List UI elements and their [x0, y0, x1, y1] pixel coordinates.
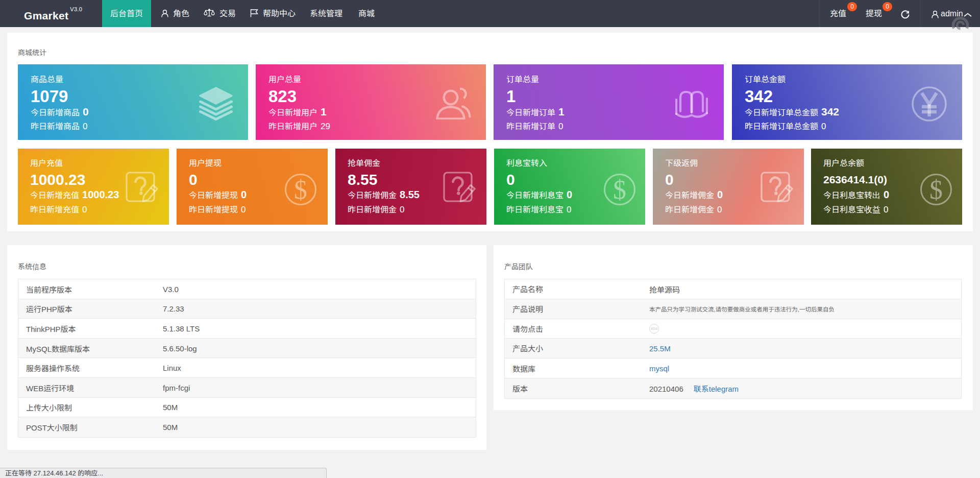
- svg-text:$: $: [294, 175, 307, 204]
- svg-text:$: $: [613, 175, 626, 204]
- svg-text:$: $: [929, 175, 943, 204]
